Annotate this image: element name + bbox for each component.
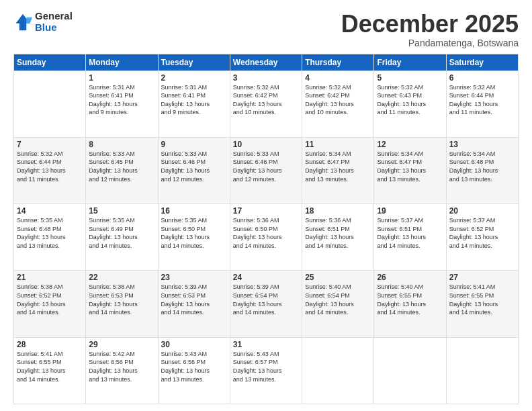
day-number: 8: [89, 140, 154, 149]
day-number: 3: [233, 73, 299, 83]
logo-icon: [13, 13, 32, 32]
day-info: Sunrise: 5:42 AMSunset: 6:56 PMDaylight:…: [89, 350, 154, 383]
day-number: 13: [449, 140, 515, 149]
day-number: 24: [233, 273, 299, 282]
logo-text: General Blue: [35, 11, 73, 33]
col-wednesday: Wednesday: [230, 54, 302, 71]
day-info: Sunrise: 5:31 AMSunset: 6:41 PMDaylight:…: [89, 83, 154, 117]
table-row: 12Sunrise: 5:34 AMSunset: 6:47 PMDayligh…: [374, 137, 446, 203]
day-number: 10: [233, 140, 299, 149]
day-number: 30: [161, 340, 227, 349]
day-info: Sunrise: 5:40 AMSunset: 6:54 PMDaylight:…: [305, 283, 371, 316]
table-row: 3Sunrise: 5:32 AMSunset: 6:42 PMDaylight…: [230, 71, 302, 137]
col-monday: Monday: [86, 54, 158, 71]
day-info: Sunrise: 5:39 AMSunset: 6:53 PMDaylight:…: [161, 283, 227, 316]
table-row: 17Sunrise: 5:36 AMSunset: 6:50 PMDayligh…: [230, 204, 302, 271]
day-number: 26: [377, 273, 443, 282]
day-number: 21: [17, 273, 83, 282]
table-row: 10Sunrise: 5:33 AMSunset: 6:46 PMDayligh…: [230, 137, 302, 203]
day-number: 11: [305, 140, 371, 149]
day-info: Sunrise: 5:33 AMSunset: 6:46 PMDaylight:…: [233, 150, 299, 183]
calendar-table: Sunday Monday Tuesday Wednesday Thursday…: [13, 54, 519, 404]
day-info: Sunrise: 5:41 AMSunset: 6:55 PMDaylight:…: [449, 283, 515, 316]
table-row: 14Sunrise: 5:35 AMSunset: 6:48 PMDayligh…: [14, 204, 86, 271]
day-info: Sunrise: 5:36 AMSunset: 6:50 PMDaylight:…: [233, 216, 299, 250]
day-info: Sunrise: 5:41 AMSunset: 6:55 PMDaylight:…: [17, 350, 83, 383]
table-row: 26Sunrise: 5:40 AMSunset: 6:55 PMDayligh…: [374, 271, 446, 337]
day-info: Sunrise: 5:31 AMSunset: 6:41 PMDaylight:…: [161, 83, 227, 117]
day-info: Sunrise: 5:37 AMSunset: 6:52 PMDaylight:…: [449, 216, 515, 250]
calendar-week-row: 14Sunrise: 5:35 AMSunset: 6:48 PMDayligh…: [14, 204, 519, 271]
table-row: 25Sunrise: 5:40 AMSunset: 6:54 PMDayligh…: [302, 271, 374, 337]
table-row: 11Sunrise: 5:34 AMSunset: 6:47 PMDayligh…: [302, 137, 374, 203]
day-info: Sunrise: 5:32 AMSunset: 6:42 PMDaylight:…: [233, 83, 299, 117]
day-number: 17: [233, 206, 299, 216]
logo-blue-label: Blue: [35, 22, 73, 34]
calendar-header-row: Sunday Monday Tuesday Wednesday Thursday…: [14, 54, 519, 71]
day-number: 29: [89, 340, 154, 349]
table-row: 22Sunrise: 5:38 AMSunset: 6:53 PMDayligh…: [86, 271, 158, 337]
day-info: Sunrise: 5:37 AMSunset: 6:51 PMDaylight:…: [377, 216, 443, 250]
day-info: Sunrise: 5:43 AMSunset: 6:56 PMDaylight:…: [161, 350, 227, 383]
table-row: 6Sunrise: 5:32 AMSunset: 6:44 PMDaylight…: [446, 71, 518, 137]
calendar-week-row: 7Sunrise: 5:32 AMSunset: 6:44 PMDaylight…: [14, 137, 519, 203]
calendar-week-row: 1Sunrise: 5:31 AMSunset: 6:41 PMDaylight…: [14, 71, 519, 137]
logo: General Blue: [13, 11, 73, 33]
table-row: 31Sunrise: 5:43 AMSunset: 6:57 PMDayligh…: [230, 337, 302, 404]
calendar-week-row: 21Sunrise: 5:38 AMSunset: 6:52 PMDayligh…: [14, 271, 519, 337]
header-right: December 2025 Pandamatenga, Botswana: [341, 11, 519, 48]
table-row: [14, 71, 86, 137]
table-row: 19Sunrise: 5:37 AMSunset: 6:51 PMDayligh…: [374, 204, 446, 271]
day-info: Sunrise: 5:32 AMSunset: 6:44 PMDaylight:…: [17, 150, 83, 183]
table-row: 21Sunrise: 5:38 AMSunset: 6:52 PMDayligh…: [14, 271, 86, 337]
table-row: 13Sunrise: 5:34 AMSunset: 6:48 PMDayligh…: [446, 137, 518, 203]
col-friday: Friday: [374, 54, 446, 71]
day-info: Sunrise: 5:33 AMSunset: 6:46 PMDaylight:…: [161, 150, 227, 183]
table-row: 30Sunrise: 5:43 AMSunset: 6:56 PMDayligh…: [158, 337, 230, 404]
day-info: Sunrise: 5:43 AMSunset: 6:57 PMDaylight:…: [233, 350, 299, 383]
table-row: 16Sunrise: 5:35 AMSunset: 6:50 PMDayligh…: [158, 204, 230, 271]
day-number: 18: [305, 206, 371, 216]
table-row: 28Sunrise: 5:41 AMSunset: 6:55 PMDayligh…: [14, 337, 86, 404]
day-info: Sunrise: 5:39 AMSunset: 6:54 PMDaylight:…: [233, 283, 299, 316]
month-title: December 2025: [341, 11, 519, 38]
day-number: 15: [89, 206, 154, 216]
day-info: Sunrise: 5:32 AMSunset: 6:42 PMDaylight:…: [305, 83, 371, 117]
day-info: Sunrise: 5:34 AMSunset: 6:48 PMDaylight:…: [449, 150, 515, 183]
table-row: 2Sunrise: 5:31 AMSunset: 6:41 PMDaylight…: [158, 71, 230, 137]
day-number: 20: [449, 206, 515, 216]
day-number: 25: [305, 273, 371, 282]
col-saturday: Saturday: [446, 54, 518, 71]
table-row: 29Sunrise: 5:42 AMSunset: 6:56 PMDayligh…: [86, 337, 158, 404]
day-number: 6: [449, 73, 515, 83]
day-number: 27: [449, 273, 515, 282]
table-row: 7Sunrise: 5:32 AMSunset: 6:44 PMDaylight…: [14, 137, 86, 203]
day-info: Sunrise: 5:38 AMSunset: 6:53 PMDaylight:…: [89, 283, 154, 316]
day-number: 9: [161, 140, 227, 149]
table-row: 15Sunrise: 5:35 AMSunset: 6:49 PMDayligh…: [86, 204, 158, 271]
day-number: 1: [89, 73, 154, 83]
table-row: [374, 337, 446, 404]
table-row: 4Sunrise: 5:32 AMSunset: 6:42 PMDaylight…: [302, 71, 374, 137]
day-info: Sunrise: 5:33 AMSunset: 6:45 PMDaylight:…: [89, 150, 154, 183]
page: General Blue December 2025 Pandamatenga,…: [0, 0, 532, 411]
day-number: 14: [17, 206, 83, 216]
day-number: 31: [233, 340, 299, 349]
day-number: 28: [17, 340, 83, 349]
col-thursday: Thursday: [302, 54, 374, 71]
top-section: General Blue December 2025 Pandamatenga,…: [13, 11, 519, 48]
day-number: 23: [161, 273, 227, 282]
day-info: Sunrise: 5:32 AMSunset: 6:43 PMDaylight:…: [377, 83, 443, 117]
table-row: [446, 337, 518, 404]
day-number: 4: [305, 73, 371, 83]
table-row: 1Sunrise: 5:31 AMSunset: 6:41 PMDaylight…: [86, 71, 158, 137]
day-number: 12: [377, 140, 443, 149]
table-row: 20Sunrise: 5:37 AMSunset: 6:52 PMDayligh…: [446, 204, 518, 271]
day-info: Sunrise: 5:35 AMSunset: 6:48 PMDaylight:…: [17, 216, 83, 250]
table-row: 23Sunrise: 5:39 AMSunset: 6:53 PMDayligh…: [158, 271, 230, 337]
day-number: 7: [17, 140, 83, 149]
day-info: Sunrise: 5:36 AMSunset: 6:51 PMDaylight:…: [305, 216, 371, 250]
table-row: 8Sunrise: 5:33 AMSunset: 6:45 PMDaylight…: [86, 137, 158, 203]
table-row: 27Sunrise: 5:41 AMSunset: 6:55 PMDayligh…: [446, 271, 518, 337]
day-number: 16: [161, 206, 227, 216]
